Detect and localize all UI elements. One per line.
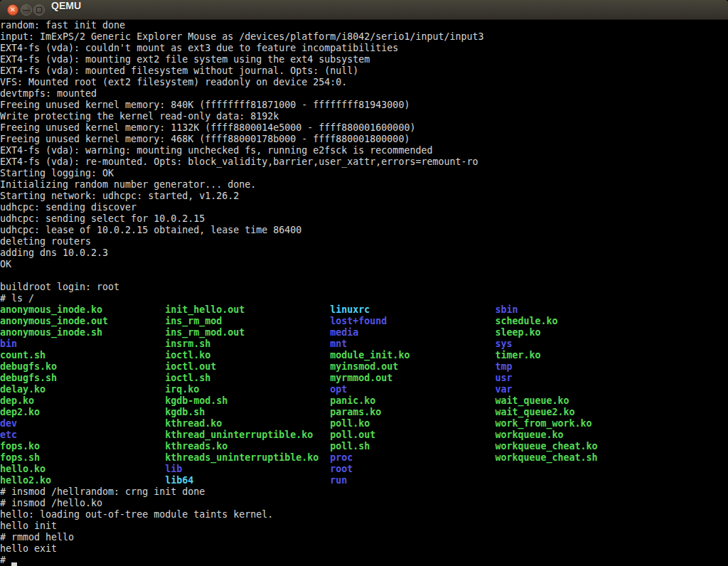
- maximize-icon: [36, 7, 42, 13]
- file-entry: ins_rm_mod.out: [165, 327, 245, 338]
- close-button[interactable]: ✕: [7, 4, 18, 16]
- console-line: Starting network: udhcpc: started, v1.26…: [0, 191, 728, 202]
- console-line: EXT4-fs (vda): mounting ext2 file system…: [0, 54, 728, 65]
- console-line: hello.kolibroot: [0, 464, 728, 475]
- console-line: fops.shkthreads_uninterruptible.koprocwo…: [0, 452, 728, 464]
- file-entry: ioctl.ko: [165, 350, 210, 361]
- console-line: buildroot login: root: [0, 282, 728, 293]
- file-entry: run: [330, 475, 347, 486]
- console-line: Initializing random number generator... …: [0, 179, 728, 191]
- file-entry: linuxrc: [330, 304, 370, 315]
- file-entry: init_hello.out: [165, 304, 245, 315]
- file-entry: kthreads.ko: [165, 441, 228, 452]
- console-line: Freeing unused kernel memory: 840K (ffff…: [0, 100, 728, 111]
- file-entry: panic.ko: [330, 395, 375, 406]
- file-entry: anonymous_inode.sh: [0, 327, 102, 338]
- file-entry: params.ko: [330, 407, 381, 417]
- console-line: Starting logging: OK: [0, 168, 728, 179]
- file-entry: mnt: [330, 338, 347, 349]
- console-line: adding dns 10.0.2.3: [0, 247, 728, 259]
- minimize-button[interactable]: —: [21, 4, 32, 16]
- console-line: EXT4-fs (vda): re-mounted. Opts: block_v…: [0, 156, 728, 168]
- file-entry: poll.sh: [330, 441, 370, 452]
- file-entry: usr: [495, 373, 512, 383]
- file-entry: debugfs.sh: [0, 373, 57, 383]
- file-entry: insrm.sh: [165, 338, 210, 349]
- console-line: EXT4-fs (vda): couldn't mount as ext3 du…: [0, 43, 728, 54]
- file-entry: sys: [495, 338, 512, 349]
- file-entry: hello2.ko: [0, 475, 51, 486]
- qemu-window: ✕ — QEMU random: fast init doneinput: Im…: [0, 0, 728, 566]
- file-entry: work_from_work.ko: [495, 418, 592, 429]
- console-line: anonymous_inode.outins_rm_modlost+founds…: [0, 316, 728, 327]
- file-entry: module_init.ko: [330, 350, 410, 361]
- console-line: devtmpfs: mounted: [0, 88, 728, 100]
- console-line: anonymous_inode.shins_rm_mod.outmediasle…: [0, 327, 728, 338]
- file-entry: workqueue_cheat.ko: [495, 441, 597, 452]
- file-entry: fops.sh: [0, 452, 40, 463]
- terminal-cursor: [11, 555, 17, 566]
- minimize-icon: —: [23, 6, 31, 14]
- file-entry: kthread_uninterruptible.ko: [165, 429, 313, 440]
- console-line: udhcpc: lease of 10.0.2.15 obtained, lea…: [0, 225, 728, 236]
- console-line: udhcpc: sending discover: [0, 202, 728, 213]
- file-entry: tmp: [495, 361, 512, 372]
- console-line: udhcpc: sending select for 10.0.2.15: [0, 213, 728, 225]
- console-line: OK: [0, 259, 728, 270]
- file-entry: delay.ko: [0, 384, 46, 395]
- console-line: # insmod /hello.ko: [0, 498, 728, 509]
- file-entry: schedule.ko: [495, 316, 557, 326]
- console-line: hello2.kolib64run: [0, 475, 728, 486]
- console-line: dep2.kokgdb.shparams.kowait_queue2.ko: [0, 407, 728, 418]
- file-entry: kgdb-mod.sh: [165, 395, 228, 406]
- console-line: Freeing unused kernel memory: 468K (ffff…: [0, 134, 728, 145]
- terminal-console[interactable]: random: fast init doneinput: ImExPS/2 Ge…: [0, 20, 728, 566]
- console-line: fops.kokthreads.kopoll.shworkqueue_cheat…: [0, 441, 728, 452]
- console-line: # ls /: [0, 293, 728, 304]
- file-entry: poll.ko: [330, 418, 370, 429]
- file-entry: kgdb.sh: [165, 407, 205, 417]
- file-entry: debugfs.ko: [0, 361, 57, 372]
- file-entry: fops.ko: [0, 441, 40, 452]
- file-entry: dep2.ko: [0, 407, 40, 417]
- file-entry: anonymous_inode.out: [0, 316, 108, 326]
- console-line: Freeing unused kernel memory: 1132K (fff…: [0, 122, 728, 134]
- file-entry: dev: [0, 418, 17, 429]
- console-line: VFS: Mounted root (ext2 filesystem) read…: [0, 77, 728, 88]
- file-entry: bin: [0, 338, 17, 349]
- file-entry: myrmmod.out: [330, 373, 392, 383]
- close-icon: ✕: [10, 6, 16, 14]
- file-entry: kthreads_uninterruptible.ko: [165, 452, 318, 463]
- console-line: random: fast init done: [0, 20, 728, 31]
- console-line: debugfs.shioctl.shmyrmmod.outusr: [0, 373, 728, 384]
- file-entry: irq.ko: [165, 384, 199, 395]
- console-line: deleting routers: [0, 236, 728, 247]
- console-line: input: ImExPS/2 Generic Explorer Mouse a…: [0, 31, 728, 43]
- console-line: hello exit: [0, 543, 728, 555]
- file-entry: count.sh: [0, 350, 46, 361]
- file-entry: ioctl.sh: [165, 373, 210, 383]
- console-line: bininsrm.shmntsys: [0, 338, 728, 350]
- file-entry: opt: [330, 384, 347, 395]
- console-line: #: [0, 555, 728, 566]
- file-entry: lost+found: [330, 316, 387, 326]
- console-line: etckthread_uninterruptible.kopoll.outwor…: [0, 429, 728, 441]
- shell-prompt: #: [0, 555, 11, 565]
- console-line: delay.koirq.kooptvar: [0, 384, 728, 395]
- file-entry: timer.ko: [495, 350, 540, 361]
- file-entry: ioctl.out: [165, 361, 216, 372]
- file-entry: workqueue_cheat.sh: [495, 452, 597, 463]
- console-line: debugfs.koioctl.outmyinsmod.outtmp: [0, 361, 728, 373]
- file-entry: kthread.ko: [165, 418, 222, 429]
- console-line: anonymous_inode.koinit_hello.outlinuxrcs…: [0, 304, 728, 316]
- console-line: dep.kokgdb-mod.shpanic.kowait_queue.ko: [0, 395, 728, 407]
- console-line: devkthread.kopoll.kowork_from_work.ko: [0, 418, 728, 429]
- console-line: hello init: [0, 520, 728, 532]
- maximize-button[interactable]: [33, 4, 45, 16]
- titlebar[interactable]: ✕ — QEMU: [0, 0, 728, 20]
- file-entry: ins_rm_mod: [165, 316, 222, 326]
- console-line: Write protecting the kernel read-only da…: [0, 111, 728, 122]
- file-entry: hello.ko: [0, 464, 46, 474]
- file-entry: poll.out: [330, 429, 375, 440]
- file-entry: myinsmod.out: [330, 361, 398, 372]
